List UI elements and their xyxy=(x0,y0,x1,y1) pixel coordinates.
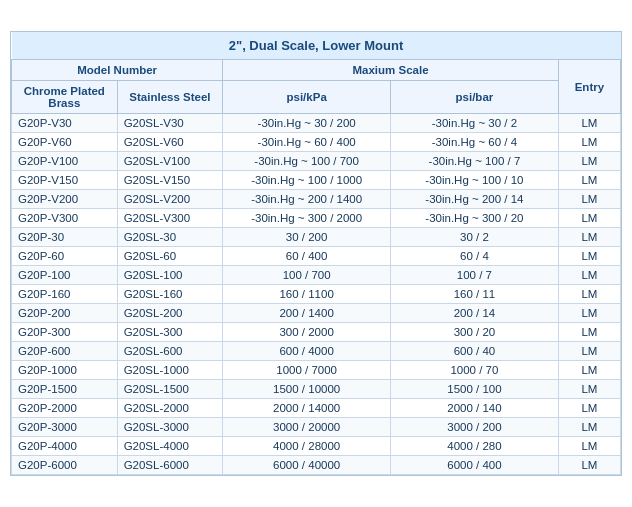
scale2-cell: -30in.Hg ~ 200 / 14 xyxy=(391,190,559,209)
scale1-cell: -30in.Hg ~ 100 / 700 xyxy=(223,152,391,171)
scale1-cell: 1500 / 10000 xyxy=(223,380,391,399)
scale2-cell: -30in.Hg ~ 300 / 20 xyxy=(391,209,559,228)
model2-cell: G20SL-600 xyxy=(117,342,223,361)
scale2-cell: 3000 / 200 xyxy=(391,418,559,437)
table-row: G20P-3000G20SL-30003000 / 200003000 / 20… xyxy=(12,418,621,437)
model2-cell: G20SL-1500 xyxy=(117,380,223,399)
model2-cell: G20SL-30 xyxy=(117,228,223,247)
table-row: G20P-200G20SL-200200 / 1400200 / 14LM xyxy=(12,304,621,323)
scale2-cell: 30 / 2 xyxy=(391,228,559,247)
header-row-1: Model Number Maxium Scale Entry xyxy=(12,60,621,81)
scale2-cell: 1000 / 70 xyxy=(391,361,559,380)
entry-cell: LM xyxy=(558,228,620,247)
scale2-cell: 2000 / 140 xyxy=(391,399,559,418)
entry-cell: LM xyxy=(558,456,620,475)
maxium-scale-header: Maxium Scale xyxy=(223,60,559,81)
scale1-cell: -30in.Hg ~ 100 / 1000 xyxy=(223,171,391,190)
scale2-cell: 600 / 40 xyxy=(391,342,559,361)
table-row: G20P-2000G20SL-20002000 / 140002000 / 14… xyxy=(12,399,621,418)
scale2-cell: 300 / 20 xyxy=(391,323,559,342)
scale2-cell: 4000 / 280 xyxy=(391,437,559,456)
model2-cell: G20SL-V100 xyxy=(117,152,223,171)
table-row: G20P-4000G20SL-40004000 / 280004000 / 28… xyxy=(12,437,621,456)
model1-cell: G20P-1000 xyxy=(12,361,118,380)
table-row: G20P-1000G20SL-10001000 / 70001000 / 70L… xyxy=(12,361,621,380)
model2-cell: G20SL-6000 xyxy=(117,456,223,475)
scale1-cell: -30in.Hg ~ 60 / 400 xyxy=(223,133,391,152)
entry-cell: LM xyxy=(558,304,620,323)
model1-cell: G20P-200 xyxy=(12,304,118,323)
table-row: G20P-160G20SL-160160 / 1100160 / 11LM xyxy=(12,285,621,304)
model2-cell: G20SL-160 xyxy=(117,285,223,304)
model-number-header: Model Number xyxy=(12,60,223,81)
table-row: G20P-V100G20SL-V100-30in.Hg ~ 100 / 700-… xyxy=(12,152,621,171)
entry-cell: LM xyxy=(558,342,620,361)
entry-cell: LM xyxy=(558,285,620,304)
psi-bar-header: psi/bar xyxy=(391,81,559,114)
entry-cell: LM xyxy=(558,361,620,380)
entry-cell: LM xyxy=(558,114,620,133)
model1-cell: G20P-160 xyxy=(12,285,118,304)
scale2-cell: -30in.Hg ~ 30 / 2 xyxy=(391,114,559,133)
scale1-cell: 200 / 1400 xyxy=(223,304,391,323)
model2-cell: G20SL-2000 xyxy=(117,399,223,418)
model1-cell: G20P-V300 xyxy=(12,209,118,228)
scale2-cell: 1500 / 100 xyxy=(391,380,559,399)
model2-cell: G20SL-V300 xyxy=(117,209,223,228)
entry-cell: LM xyxy=(558,380,620,399)
model2-cell: G20SL-V60 xyxy=(117,133,223,152)
scale2-cell: -30in.Hg ~ 100 / 10 xyxy=(391,171,559,190)
table-row: G20P-600G20SL-600600 / 4000600 / 40LM xyxy=(12,342,621,361)
table-row: G20P-V150G20SL-V150-30in.Hg ~ 100 / 1000… xyxy=(12,171,621,190)
psi-kpa-header: psi/kPa xyxy=(223,81,391,114)
model2-cell: G20SL-100 xyxy=(117,266,223,285)
table-row: G20P-1500G20SL-15001500 / 100001500 / 10… xyxy=(12,380,621,399)
table-row: G20P-300G20SL-300300 / 2000300 / 20LM xyxy=(12,323,621,342)
table-row: G20P-6000G20SL-60006000 / 400006000 / 40… xyxy=(12,456,621,475)
model1-cell: G20P-V60 xyxy=(12,133,118,152)
header-row-2: Chrome Plated Brass Stainless Steel psi/… xyxy=(12,81,621,114)
entry-cell: LM xyxy=(558,418,620,437)
model1-cell: G20P-6000 xyxy=(12,456,118,475)
entry-cell: LM xyxy=(558,247,620,266)
scale2-cell: 6000 / 400 xyxy=(391,456,559,475)
model2-cell: G20SL-1000 xyxy=(117,361,223,380)
model1-cell: G20P-V150 xyxy=(12,171,118,190)
scale2-cell: 100 / 7 xyxy=(391,266,559,285)
model1-cell: G20P-2000 xyxy=(12,399,118,418)
chrome-plated-brass-header: Chrome Plated Brass xyxy=(12,81,118,114)
scale2-cell: 160 / 11 xyxy=(391,285,559,304)
table-row: G20P-60G20SL-6060 / 40060 / 4LM xyxy=(12,247,621,266)
scale1-cell: 300 / 2000 xyxy=(223,323,391,342)
stainless-steel-header: Stainless Steel xyxy=(117,81,223,114)
main-table-wrapper: 2", Dual Scale, Lower Mount Model Number… xyxy=(10,31,622,476)
entry-cell: LM xyxy=(558,437,620,456)
entry-cell: LM xyxy=(558,209,620,228)
model2-cell: G20SL-300 xyxy=(117,323,223,342)
title-row: 2", Dual Scale, Lower Mount xyxy=(12,32,621,60)
model2-cell: G20SL-60 xyxy=(117,247,223,266)
model1-cell: G20P-1500 xyxy=(12,380,118,399)
model1-cell: G20P-100 xyxy=(12,266,118,285)
table-row: G20P-V200G20SL-V200-30in.Hg ~ 200 / 1400… xyxy=(12,190,621,209)
model2-cell: G20SL-3000 xyxy=(117,418,223,437)
data-body: G20P-V30G20SL-V30-30in.Hg ~ 30 / 200-30i… xyxy=(12,114,621,475)
entry-cell: LM xyxy=(558,266,620,285)
scale1-cell: -30in.Hg ~ 300 / 2000 xyxy=(223,209,391,228)
table-row: G20P-30G20SL-3030 / 20030 / 2LM xyxy=(12,228,621,247)
scale1-cell: -30in.Hg ~ 30 / 200 xyxy=(223,114,391,133)
scale2-cell: -30in.Hg ~ 60 / 4 xyxy=(391,133,559,152)
model1-cell: G20P-600 xyxy=(12,342,118,361)
model1-cell: G20P-V200 xyxy=(12,190,118,209)
model1-cell: G20P-V100 xyxy=(12,152,118,171)
model2-cell: G20SL-V30 xyxy=(117,114,223,133)
scale1-cell: 100 / 700 xyxy=(223,266,391,285)
scale1-cell: 3000 / 20000 xyxy=(223,418,391,437)
entry-cell: LM xyxy=(558,152,620,171)
model1-cell: G20P-4000 xyxy=(12,437,118,456)
model2-cell: G20SL-V150 xyxy=(117,171,223,190)
model1-cell: G20P-60 xyxy=(12,247,118,266)
entry-cell: LM xyxy=(558,133,620,152)
scale2-cell: -30in.Hg ~ 100 / 7 xyxy=(391,152,559,171)
entry-cell: LM xyxy=(558,399,620,418)
